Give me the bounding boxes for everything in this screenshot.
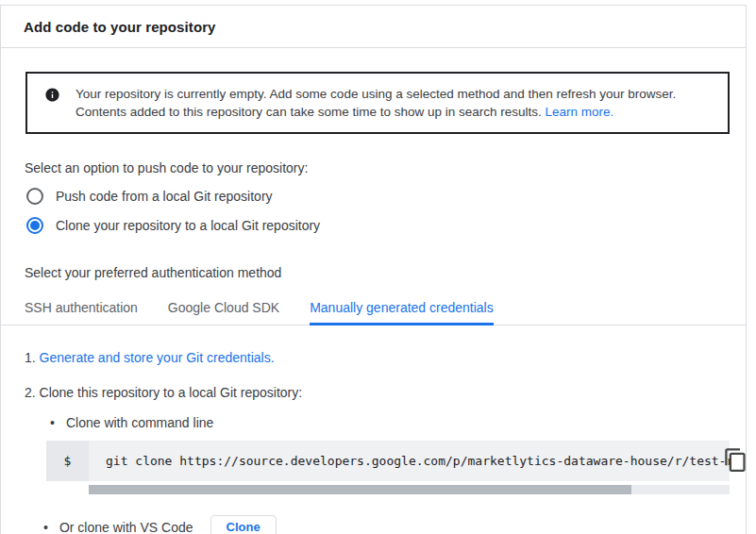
add-code-card: Add code to your repository Your reposit… [0,5,747,534]
radio-clone-local-label: Clone your repository to a local Git rep… [56,218,320,233]
clone-button[interactable]: Clone [210,515,277,534]
auth-method-label: Select your preferred authentication met… [25,265,723,280]
radio-push-local[interactable]: Push code from a local Git repository [26,188,746,205]
bullet-icon: • [43,520,48,534]
step-clone-repository: 2. Clone this repository to a local Git … [25,385,746,400]
clone-vscode-label: Or clone with VS Code [59,520,193,534]
step1-number: 1. [25,350,36,365]
shell-prompt: $ [46,441,89,481]
learn-more-link[interactable]: Learn more. [546,105,614,119]
step2-label: Clone this repository to a local Git rep… [40,385,303,400]
clone-vscode-bullet: • Or clone with VS Code Clone [43,515,746,534]
radio-clone-local[interactable]: Clone your repository to a local Git rep… [26,217,746,234]
radio-unselected-icon [26,188,43,205]
step2-number: 2. [25,385,36,400]
instruction-steps: 1. Generate and store your Git credentia… [1,350,746,400]
code-horizontal-scrollbar[interactable] [89,485,730,494]
page-title: Add code to your repository [24,19,723,35]
tab-ssh-authentication[interactable]: SSH authentication [25,298,138,325]
clone-command-block: $ git clone https://source.developers.go… [46,441,730,494]
bullet-icon: • [50,415,55,430]
code-row: $ git clone https://source.developers.go… [46,441,730,481]
clone-cli-label: Clone with command line [66,415,213,430]
info-icon [44,87,60,107]
clone-command-text: git clone https://source.developers.goog… [89,441,730,481]
scrollbar-thumb[interactable] [89,485,631,494]
copy-icon[interactable] [723,447,748,473]
tab-google-cloud-sdk[interactable]: Google Cloud SDK [168,298,279,325]
empty-repo-banner: Your repository is currently empty. Add … [25,72,730,134]
tab-manually-generated-credentials[interactable]: Manually generated credentials [310,298,494,325]
clone-cli-bullet: • Clone with command line [50,415,746,430]
radio-selected-icon [26,217,43,234]
radio-push-local-label: Push code from a local Git repository [56,189,273,204]
auth-method-tabs: SSH authentication Google Cloud SDK Manu… [1,298,746,325]
push-options-label: Select an option to push code to your re… [25,160,723,175]
card-header: Add code to your repository [1,6,746,48]
generate-credentials-link[interactable]: Generate and store your Git credentials. [40,350,275,365]
step-generate-credentials: 1. Generate and store your Git credentia… [25,350,746,365]
